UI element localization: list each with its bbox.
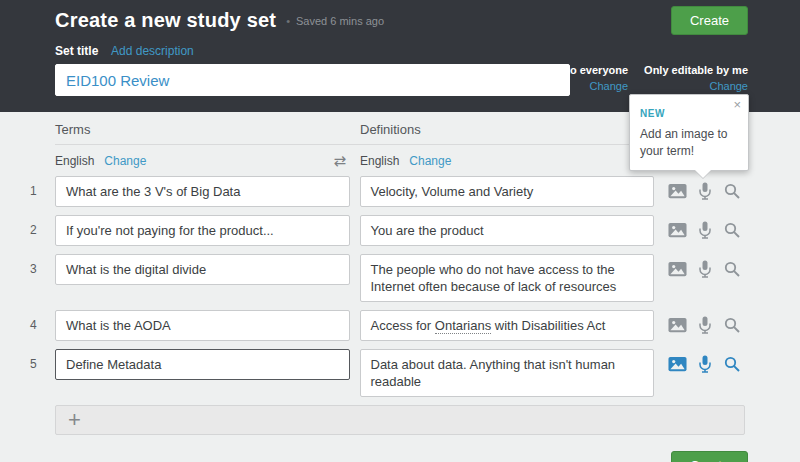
search-icon[interactable] [718,351,745,377]
image-icon[interactable] [664,351,691,377]
microphone-icon[interactable] [691,217,718,243]
terms-column-header: Terms [55,122,360,137]
share-settings: Visible to everyone Change Only editable… [528,64,748,92]
microphone-icon[interactable] [691,256,718,282]
definition-text: Access for [371,318,435,333]
image-icon[interactable] [664,256,691,282]
visibility-label: Visible to everyone [528,64,628,76]
editability-setting: Only editable by me Change [644,64,748,92]
visibility-change-link[interactable]: Change [590,80,629,92]
search-icon[interactable] [718,217,745,243]
create-button-top[interactable]: Create [671,6,748,35]
terms-language-change-link[interactable]: Change [104,154,146,168]
term-input[interactable]: What are the 3 V's of Big Data [55,176,350,207]
new-feature-tooltip: NEW × Add an image to your term! [629,94,749,171]
set-title-row: Set title Add description [55,44,800,58]
term-row: 2 If you're not paying for the product..… [55,215,745,246]
term-row: 4 What is the AODA Access for Ontarians … [55,310,745,341]
definition-text: with Disabilities Act [491,318,605,333]
definition-input[interactable]: Data about data. Anything that isn't hum… [360,349,655,397]
set-title-input[interactable] [55,64,570,96]
row-actions [664,176,745,206]
row-number: 5 [30,357,37,371]
row-number: 4 [30,318,37,332]
swap-languages-icon[interactable]: ⇄ [333,153,346,168]
page-title: Create a new study set [55,9,276,32]
term-row: 3 What is the digital divide The people … [55,254,745,302]
separator-dot: • [286,15,290,27]
microphone-icon[interactable] [691,351,718,377]
row-actions [664,310,745,340]
editability-label: Only editable by me [644,64,748,76]
microphone-icon[interactable] [691,312,718,338]
image-icon[interactable] [664,217,691,243]
definition-input[interactable]: You are the product [360,215,655,246]
editability-change-link[interactable]: Change [709,80,748,92]
term-row: 5 Define Metadata Data about data. Anyth… [55,349,745,397]
term-input[interactable]: What is the digital divide [55,254,350,285]
microphone-icon[interactable] [691,178,718,204]
term-rows: 1 What are the 3 V's of Big Data Velocit… [55,176,745,397]
create-button-bottom[interactable]: Create [671,451,748,462]
tooltip-text: Add an image to your term! [640,126,738,160]
definition-input[interactable]: Access for Ontarians with Disabilities A… [360,310,655,341]
close-icon[interactable]: × [733,97,741,112]
definitions-language: English Change [360,154,451,168]
search-icon[interactable] [718,256,745,282]
definitions-language-change-link[interactable]: Change [409,154,451,168]
footer: Create [0,435,800,462]
add-row-icon: + [68,409,81,431]
row-actions [664,215,745,245]
row-actions [664,254,745,284]
search-icon[interactable] [718,312,745,338]
search-icon[interactable] [718,178,745,204]
saved-status-text: Saved 6 mins ago [296,15,384,27]
terms-language: English Change ⇄ [55,153,360,168]
row-number: 3 [30,262,37,276]
saved-status: •Saved 6 mins ago [286,15,384,27]
term-input[interactable]: What is the AODA [55,310,350,341]
definition-input[interactable]: The people who do not have access to the… [360,254,655,302]
row-actions [664,349,745,379]
image-icon[interactable] [664,178,691,204]
image-icon[interactable] [664,312,691,338]
term-input[interactable]: If you're not paying for the product... [55,215,350,246]
new-badge: NEW [640,108,665,119]
definition-input[interactable]: Velocity, Volume and Variety [360,176,655,207]
definitions-language-label: English [360,154,399,168]
term-input[interactable]: Define Metadata [55,349,350,380]
add-description-link[interactable]: Add description [111,44,194,58]
visibility-setting: Visible to everyone Change [528,64,628,92]
add-row-button[interactable]: + [55,405,745,435]
row-number: 1 [30,184,37,198]
terms-language-label: English [55,154,94,168]
row-number: 2 [30,223,37,237]
term-row: 1 What are the 3 V's of Big Data Velocit… [55,176,745,207]
set-title-label: Set title [55,44,98,58]
misspelled-word: Ontarians [435,318,491,334]
